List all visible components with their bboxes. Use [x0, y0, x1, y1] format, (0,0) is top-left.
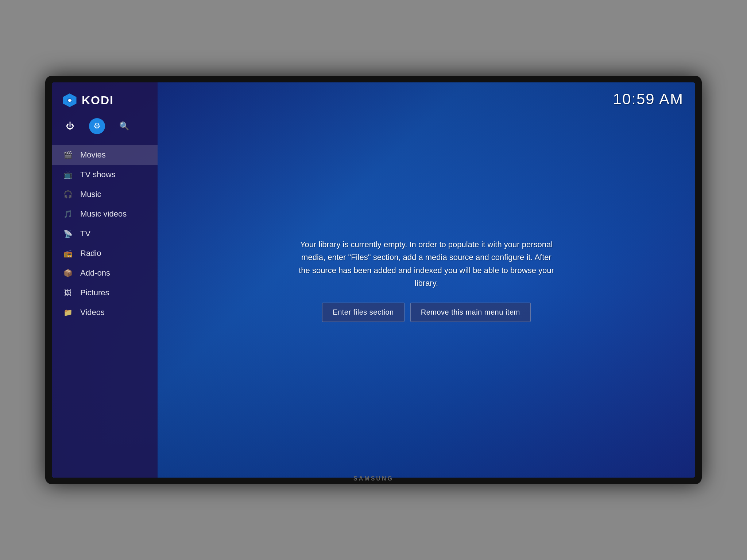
nav-item-pictures[interactable]: 🖼 Pictures: [52, 283, 158, 303]
nav-item-movies[interactable]: 🎬 Movies: [52, 145, 158, 165]
settings-button[interactable]: ⚙: [89, 118, 105, 134]
music-icon: 🎧: [62, 190, 74, 199]
nav-label-music: Music: [80, 190, 101, 199]
sidebar-icon-buttons: ⏻ ⚙ 🔍: [52, 118, 158, 145]
settings-icon: ⚙: [93, 121, 101, 131]
nav-label-tv-shows: TV shows: [80, 170, 116, 179]
app-title: KODI: [82, 94, 114, 107]
enter-files-section-button[interactable]: Enter files section: [322, 303, 404, 322]
nav-label-videos: Videos: [80, 308, 105, 317]
empty-library-message: Your library is currently empty. In orde…: [299, 238, 554, 289]
search-button[interactable]: 🔍: [116, 118, 132, 134]
movies-icon: 🎬: [62, 151, 74, 159]
videos-icon: 📁: [62, 308, 74, 317]
nav-item-radio[interactable]: 📻 Radio: [52, 244, 158, 263]
nav-item-tv[interactable]: 📡 TV: [52, 224, 158, 244]
nav-item-videos[interactable]: 📁 Videos: [52, 303, 158, 322]
power-button[interactable]: ⏻: [62, 118, 78, 134]
nav-item-music-videos[interactable]: 🎵 Music videos: [52, 204, 158, 224]
tv-icon: 📡: [62, 229, 74, 238]
sidebar: KODI ⏻ ⚙ 🔍 🎬 Movies: [52, 82, 158, 478]
pictures-icon: 🖼: [62, 289, 74, 297]
music-videos-icon: 🎵: [62, 210, 74, 218]
nav-item-tv-shows[interactable]: 📺 TV shows: [52, 165, 158, 184]
tv-shows-icon: 📺: [62, 170, 74, 179]
nav-label-music-videos: Music videos: [80, 209, 127, 219]
tv-frame: KODI ⏻ ⚙ 🔍 🎬 Movies: [45, 76, 702, 484]
power-icon: ⏻: [66, 121, 74, 131]
nav-item-add-ons[interactable]: 📦 Add-ons: [52, 263, 158, 283]
nav-label-movies: Movies: [80, 150, 106, 160]
nav-label-radio: Radio: [80, 249, 101, 258]
nav-label-pictures: Pictures: [80, 288, 109, 298]
radio-icon: 📻: [62, 249, 74, 258]
remove-menu-item-button[interactable]: Remove this main menu item: [410, 303, 531, 322]
empty-library-box: Your library is currently empty. In orde…: [299, 238, 554, 322]
time-display: 10:59 AM: [613, 90, 684, 108]
action-buttons: Enter files section Remove this main men…: [299, 303, 554, 322]
nav-label-tv: TV: [80, 229, 90, 238]
nav-menu: 🎬 Movies 📺 TV shows 🎧 Music 🎵 Music vide…: [52, 145, 158, 322]
kodi-icon: [62, 93, 77, 108]
search-icon: 🔍: [119, 121, 129, 131]
tv-screen: KODI ⏻ ⚙ 🔍 🎬 Movies: [52, 82, 695, 478]
nav-label-add-ons: Add-ons: [80, 268, 110, 278]
kodi-logo: KODI: [52, 93, 158, 118]
nav-item-music[interactable]: 🎧 Music: [52, 184, 158, 204]
add-ons-icon: 📦: [62, 269, 74, 277]
main-content: 10:59 AM Your library is currently empty…: [158, 82, 695, 478]
